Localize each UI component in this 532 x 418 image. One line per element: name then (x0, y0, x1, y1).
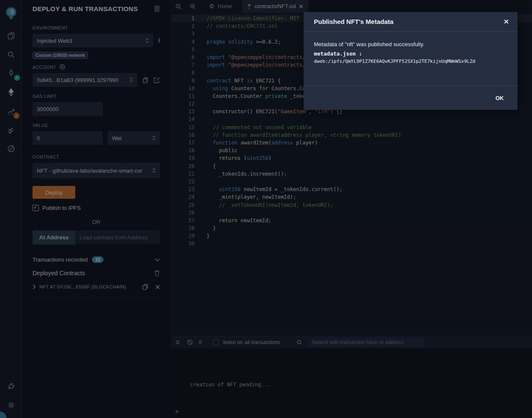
remix-ide-window: ✓ 1 DEPLOY & RUN TRANSACTIONS (0, 0, 532, 418)
modal-filename: metadata.json : (314, 50, 507, 57)
published-metadata-modal: Published NFT's Metadata ✕ Metadata of "… (304, 12, 517, 110)
modal-close-icon[interactable]: ✕ (503, 18, 509, 26)
modal-message: Metadata of "nft" was published successf… (314, 41, 507, 47)
modal-ok-button[interactable]: OK (496, 95, 504, 101)
modal-ipfs-hash: dweb:/ipfs/QmYL9P1Z7KE6AQvKJPFF52SX1p2TE… (314, 59, 507, 64)
modal-title: Published NFT's Metadata (314, 18, 503, 25)
